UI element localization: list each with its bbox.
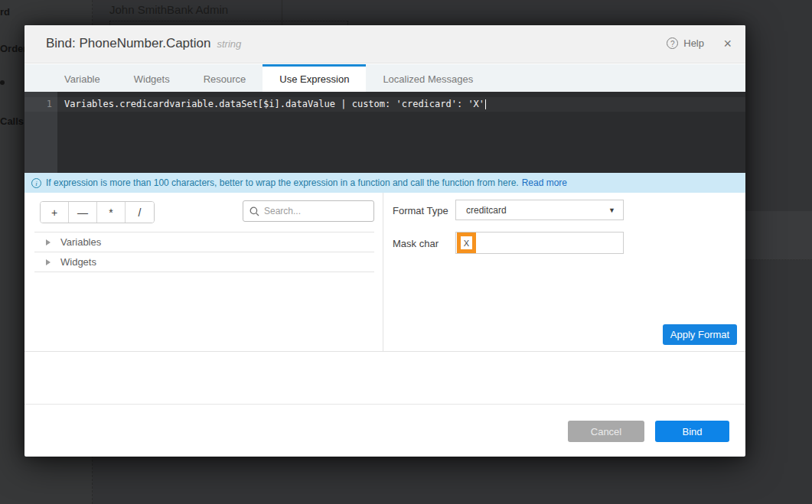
screen: rd Order Calls John SmithBank Admin Bind… — [0, 0, 812, 504]
mask-char-label: Mask char — [393, 238, 439, 249]
background-nav-item: rd — [0, 6, 10, 18]
tree-item-variables[interactable]: Variables — [34, 232, 374, 252]
panel-divider — [383, 193, 383, 351]
cancel-button[interactable]: Cancel — [568, 421, 644, 442]
background-page-title: John SmithBank Admin — [109, 3, 228, 16]
close-icon[interactable]: × — [723, 37, 732, 50]
binding-source-tree: Variables Widgets — [34, 232, 374, 272]
expression-editor[interactable]: 1 Variables.credicardvariable.dataSet[$i… — [24, 92, 745, 173]
dialog-titlebar: Bind: PhoneNumber.Captionstring ? Help × — [24, 25, 745, 63]
chevron-right-icon — [46, 239, 51, 245]
info-icon: i — [31, 178, 41, 188]
help-label: Help — [683, 37, 704, 49]
tree-item-label: Variables — [60, 236, 101, 248]
search-field[interactable] — [243, 200, 374, 222]
background-nav-item: Calls — [0, 115, 24, 127]
tab-resource[interactable]: Resource — [187, 64, 263, 92]
divide-operator-button[interactable]: / — [126, 202, 154, 223]
chevron-right-icon — [46, 259, 51, 265]
tab-widgets[interactable]: Widgets — [117, 64, 187, 92]
plus-operator-button[interactable]: + — [41, 202, 69, 223]
operator-button-group: + — * / — [40, 201, 155, 223]
tab-localized-messages[interactable]: Localized Messages — [366, 64, 490, 92]
help-button[interactable]: ? Help — [667, 37, 704, 49]
multiply-operator-button[interactable]: * — [97, 202, 126, 223]
tab-variable[interactable]: Variable — [47, 64, 117, 92]
minus-operator-button[interactable]: — — [69, 202, 97, 223]
tree-item-label: Widgets — [60, 256, 96, 268]
format-type-select[interactable]: creditcard ▼ — [455, 200, 624, 220]
read-more-link[interactable]: Read more — [522, 177, 567, 188]
tree-item-widgets[interactable]: Widgets — [34, 252, 374, 272]
expression-code[interactable]: Variables.credicardvariable.dataSet[$i].… — [64, 99, 486, 109]
apply-format-button[interactable]: Apply Format — [663, 324, 737, 345]
dialog-footer: Cancel Bind — [24, 404, 745, 457]
text-cursor — [485, 99, 486, 109]
chevron-down-icon: ▼ — [608, 206, 615, 214]
dialog-tabbar: Variable Widgets Resource Use Expression… — [24, 64, 745, 92]
info-bar: i If expression is more than 100 charact… — [24, 173, 745, 193]
dialog-content: + — * / Variables Widgets — [24, 193, 745, 352]
search-icon — [249, 206, 259, 216]
background-panel-band — [745, 211, 812, 260]
help-icon: ? — [667, 37, 678, 49]
mask-char-value: X — [461, 236, 472, 249]
dialog-title: Bind: PhoneNumber.Captionstring — [46, 36, 241, 51]
info-text: If expression is more than 100 character… — [46, 177, 519, 188]
format-type-label: Format Type — [393, 205, 448, 216]
bind-dialog: Bind: PhoneNumber.Captionstring ? Help ×… — [24, 25, 745, 457]
format-type-value: creditcard — [466, 205, 608, 216]
dialog-title-type: string — [217, 38, 241, 50]
background-nav-item: Order — [0, 43, 27, 54]
mask-char-highlight: X — [457, 232, 476, 253]
editor-line-number: 1 — [24, 99, 52, 109]
bind-button[interactable]: Bind — [655, 421, 729, 442]
tab-use-expression[interactable]: Use Expression — [263, 64, 366, 92]
background-nav-bullet — [0, 80, 5, 85]
mask-char-field[interactable]: X — [455, 232, 624, 254]
search-input[interactable] — [264, 206, 367, 216]
